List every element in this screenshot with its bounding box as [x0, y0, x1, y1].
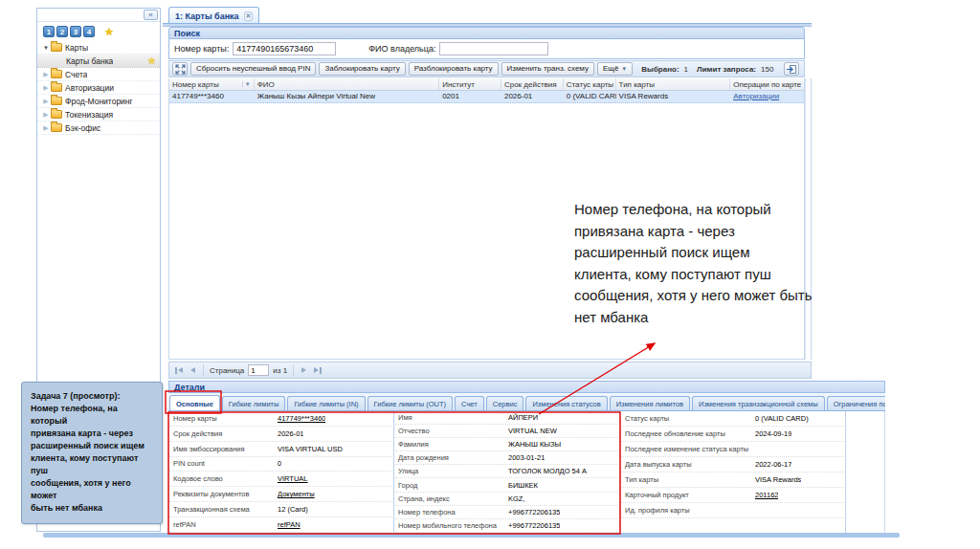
export-button[interactable]	[784, 62, 799, 76]
owner-name-label: ФИО владельца:	[368, 44, 435, 54]
export-icon	[786, 64, 797, 75]
tab-schet[interactable]: Счет	[455, 396, 484, 410]
cell-status: 0 (VALID CARD)	[564, 91, 616, 102]
card-number-label: Номер карты:	[174, 44, 229, 54]
column-menu-icon[interactable]: ▼	[242, 81, 251, 87]
previous-page-button[interactable]	[189, 367, 197, 373]
documents-link[interactable]: Документы	[278, 490, 315, 498]
tab-gibkie-limity[interactable]: Гибкие лимиты	[222, 396, 286, 410]
tab-izmeneniya-limitov[interactable]: Изменения лимитов	[610, 396, 690, 410]
tab-izmeneniya-shemy[interactable]: Изменения трзанзакционной схемы	[692, 396, 825, 410]
field-label: Реквизиты документов	[169, 490, 278, 498]
column-header-expiry[interactable]: Срок действия	[501, 78, 564, 90]
tab-osnovnye[interactable]: Основные	[169, 395, 220, 410]
last-page-button[interactable]	[312, 367, 323, 374]
sidebar-item-back-office[interactable]: ▶ Бэк-офис	[37, 121, 160, 135]
details-column-status: Статус карты0 (VALID CARD) Последнее обн…	[621, 411, 844, 518]
field-label: Улица	[395, 467, 508, 475]
search-panel-header: Поиск	[168, 27, 805, 39]
chevron-expanded-icon[interactable]: ▾	[41, 44, 51, 52]
page-button-2[interactable]: 2	[56, 26, 68, 37]
field-value: 12 (Card)	[278, 505, 308, 514]
field-value: 2024-09-19	[755, 429, 791, 438]
field-label: Страна, индекс	[395, 494, 508, 503]
favorites-star-icon[interactable]: ★	[104, 27, 114, 37]
column-header-card-number[interactable]: Номер карты ▼	[169, 78, 255, 90]
folder-icon	[51, 43, 62, 52]
sidebar-item-label: Счета	[65, 70, 87, 79]
tab-gibkie-limity-in[interactable]: Гибкие лимиты (IN)	[287, 396, 365, 410]
query-limit-label: Лимит запроса:	[697, 65, 756, 74]
page-of-label: из 1	[273, 366, 287, 375]
sidebar-item-scheta[interactable]: ▶ Счета	[37, 68, 160, 81]
page-button-1[interactable]: 1	[43, 26, 55, 37]
grid-header-row: Номер карты ▼ ФИО Институт Срок действия…	[169, 78, 804, 91]
folder-icon	[51, 123, 62, 132]
field-label: Город	[395, 481, 508, 490]
table-row[interactable]: 417749***3460 Жаныш Кызы Айпери Virtual …	[169, 91, 804, 103]
field-value: ТОГОЛОК МОЛДО 54 А	[508, 467, 587, 475]
details-column-person: ИмяАЙПЕРИ ОтчествоVIRTUAL NEW ФамилияЖАН…	[395, 411, 617, 533]
sidebar-item-label: Бэк-офис	[65, 123, 100, 133]
field-label: Имя эмбоссирования	[169, 445, 278, 453]
tab-ogranicheniya[interactable]: Ограничения по стран	[827, 396, 885, 410]
collapse-sidebar-button[interactable]: «	[144, 10, 158, 20]
change-scheme-button[interactable]: Изменить транз. схему	[501, 62, 594, 76]
column-header-fio[interactable]: ФИО	[255, 78, 439, 90]
selected-count-label: Выбрано:	[641, 65, 679, 74]
folder-icon	[51, 83, 62, 92]
column-header-operations[interactable]: Операции по карте	[730, 78, 804, 90]
field-label: Дата рождения	[395, 453, 508, 462]
page-button-4[interactable]: 4	[83, 26, 95, 37]
field-value: 0 (VALID CARD)	[755, 414, 809, 423]
tab-karty-banka[interactable]: 1: Карты банка ✕	[168, 7, 259, 24]
next-page-button[interactable]	[300, 367, 308, 373]
tab-gibkie-limity-out[interactable]: Гибкие лимиты (OUT)	[368, 396, 454, 410]
card-number-input[interactable]	[233, 42, 336, 55]
field-value: АЙПЕРИ	[508, 413, 538, 422]
codeword-link[interactable]: VIRTUAL	[278, 474, 308, 483]
expand-arrows-icon	[175, 64, 186, 75]
column-header-institute[interactable]: Институт	[439, 78, 501, 90]
close-tab-icon[interactable]: ✕	[244, 11, 254, 21]
card-product-link[interactable]: 201162	[755, 491, 778, 499]
tab-izmeneniya-statusov[interactable]: Изменения статусов	[525, 396, 607, 410]
selected-count-value: 1	[684, 65, 688, 74]
card-number-link[interactable]: 417749***3460	[278, 414, 325, 423]
more-button[interactable]: Ещё▼	[597, 62, 633, 76]
field-label: Фамилия	[395, 440, 508, 449]
owner-name-input[interactable]	[439, 42, 548, 55]
column-header-status[interactable]: Статус карты	[564, 78, 616, 90]
first-page-button[interactable]	[173, 367, 185, 374]
sidebar-item-tokenizaciya[interactable]: ▶ Токенизация	[37, 108, 160, 121]
chevron-collapsed-icon[interactable]: ▶	[41, 98, 51, 105]
chevron-collapsed-icon[interactable]: ▶	[41, 111, 51, 119]
block-card-button[interactable]: Заблокировать карту	[319, 62, 405, 76]
unblock-card-button[interactable]: Разблокировать карту	[409, 62, 499, 76]
page-button-3[interactable]: 3	[70, 26, 81, 37]
sidebar-item-karty-banka[interactable]: Карты банка ★	[37, 55, 160, 68]
favorite-star-icon[interactable]: ★	[147, 55, 156, 66]
expand-grid-button[interactable]	[172, 62, 188, 76]
field-value: 2003-01-21	[508, 453, 545, 462]
field-label: Последнее обновление карты	[621, 429, 755, 438]
refpan-link[interactable]: refPAN	[278, 520, 301, 529]
sidebar-item-frod-monitoring[interactable]: ▶ Фрод-Мониторинг	[37, 95, 160, 108]
page-number-input[interactable]	[248, 364, 269, 376]
tab-servis[interactable]: Сервис	[486, 396, 524, 410]
chevron-collapsed-icon[interactable]: ▶	[41, 71, 51, 78]
sidebar-item-avtorizacii[interactable]: ▶ Авторизации	[37, 81, 160, 95]
field-label: Дата выпуска карты	[621, 460, 755, 469]
authorizations-link[interactable]: Авторизации	[730, 91, 804, 102]
cell-fio: Жаныш Кызы Айпери Virtual New	[255, 91, 439, 102]
reset-pin-button[interactable]: Сбросить неуспешный ввод PIN	[190, 62, 316, 76]
column-header-card-type[interactable]: Тип карты	[616, 78, 731, 90]
sidebar-item-karty[interactable]: ▾ Карты	[37, 41, 160, 55]
sidebar-item-label: Авторизации	[65, 83, 114, 93]
chevron-collapsed-icon[interactable]: ▶	[41, 124, 51, 132]
page-label: Страница	[210, 366, 244, 375]
chevron-collapsed-icon[interactable]: ▶	[41, 84, 51, 92]
horizontal-scrollbar[interactable]	[43, 533, 900, 538]
divider	[203, 364, 204, 376]
column-header-label: Номер карты	[172, 80, 219, 89]
